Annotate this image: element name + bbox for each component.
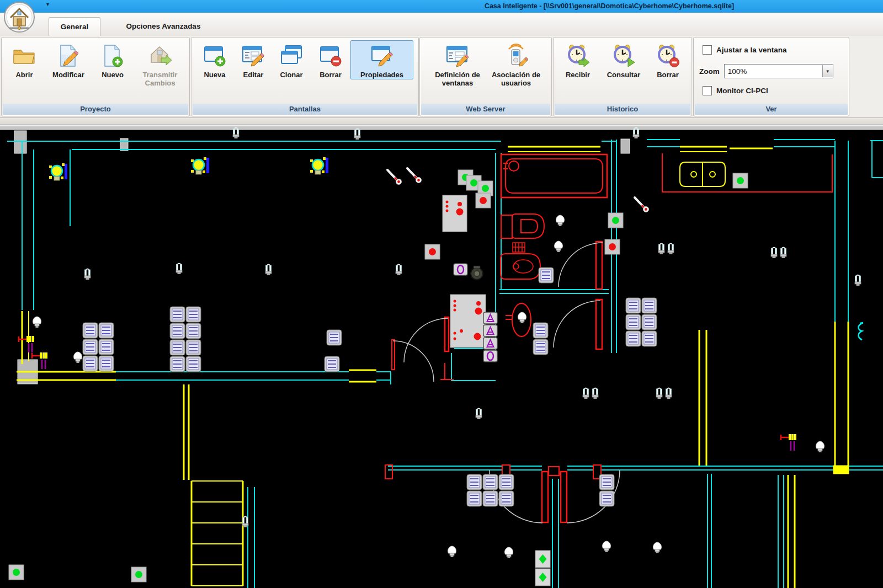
- application-window: ▾ Casa Inteligente - [\\Srv001\general\D…: [0, 0, 883, 588]
- fixture: [513, 264, 519, 269]
- zoom-label: Zoom: [699, 67, 720, 76]
- clonar-button[interactable]: Clonar: [273, 40, 310, 79]
- fixture: [392, 340, 395, 370]
- radiator-icon[interactable]: [626, 298, 657, 346]
- nueva-button[interactable]: Nueva: [197, 40, 232, 79]
- zoom-dropdown-arrow-icon[interactable]: ▼: [822, 65, 833, 77]
- fixture: [833, 466, 849, 474]
- monitor-ci-pci-checkbox[interactable]: [703, 86, 712, 95]
- ajustar-ventana-checkbox[interactable]: [703, 45, 712, 55]
- lamp-off-icon[interactable]: [74, 352, 82, 363]
- lamp-off-icon[interactable]: [505, 547, 513, 558]
- fixture: [691, 172, 696, 177]
- cfl-lamp-icon[interactable]: [176, 264, 182, 275]
- light-on-icon[interactable]: [310, 157, 328, 174]
- radiator-icon[interactable]: [83, 323, 114, 371]
- sensor-red-icon[interactable]: [425, 244, 440, 259]
- editar-button[interactable]: Editar: [236, 40, 271, 79]
- cfl-lamp-icon[interactable]: [265, 265, 272, 276]
- fixture: [385, 465, 392, 479]
- thermometer-icon[interactable]: [635, 197, 649, 212]
- radiator-icon[interactable]: [327, 330, 342, 345]
- sensor-green-icon[interactable]: [733, 173, 748, 188]
- light-on-icon[interactable]: [191, 157, 209, 174]
- propiedades-button[interactable]: Propiedades: [350, 40, 413, 79]
- tab-general[interactable]: General: [49, 17, 100, 36]
- fixture: [521, 220, 538, 233]
- camera-icon[interactable]: [471, 266, 483, 280]
- radiator-icon[interactable]: [467, 474, 514, 506]
- fixture: [513, 260, 533, 273]
- cfl-lamp-icon[interactable]: [855, 275, 861, 286]
- cfl-lamp-icon[interactable]: [354, 129, 360, 140]
- lamp-off-icon[interactable]: [816, 441, 825, 452]
- transmitir-label: Transmitir Cambios: [134, 71, 187, 87]
- lamp-off-icon[interactable]: [33, 317, 41, 328]
- ribbon-group-ver: Ajustar a la ventana Zoom 100% ▼ Monitor…: [693, 37, 849, 116]
- open-folder-icon: [11, 42, 38, 69]
- lamp-off-icon[interactable]: [448, 546, 456, 557]
- sensor-red-icon[interactable]: [605, 239, 620, 254]
- valve-icon[interactable]: [19, 336, 34, 352]
- cfl-lamp-pair-icon[interactable]: [771, 248, 786, 259]
- consultar-button[interactable]: Consultar: [599, 40, 648, 79]
- valve-icon[interactable]: [781, 434, 796, 451]
- definicion-ventanas-button[interactable]: Definición de ventanas: [429, 40, 486, 88]
- ajustar-ventana-label: Ajustar a la ventana: [716, 46, 787, 54]
- recibir-button[interactable]: Recibir: [559, 40, 597, 79]
- indicator-stack-icon[interactable]: [535, 550, 550, 586]
- lamp-off-icon[interactable]: [556, 215, 565, 226]
- cfl-lamp-icon[interactable]: [84, 269, 91, 280]
- cfl-lamp-pair-icon[interactable]: [583, 388, 598, 399]
- cfl-lamp-icon[interactable]: [242, 517, 248, 528]
- modificar-button[interactable]: Modificar: [44, 40, 93, 79]
- shutter-control-icon[interactable]: [454, 264, 467, 275]
- radiator-icon[interactable]: [325, 356, 339, 372]
- lamp-off-icon[interactable]: [603, 541, 611, 552]
- sensor-green-icon[interactable]: [608, 213, 623, 228]
- borrar-pantalla-button[interactable]: Borrar: [313, 40, 348, 79]
- fixture: [596, 242, 602, 289]
- sensor-red-icon[interactable]: [476, 193, 491, 208]
- cfl-lamp-icon[interactable]: [476, 409, 482, 420]
- keypad-icon[interactable]: [450, 295, 486, 348]
- lamp-off-icon[interactable]: [518, 312, 526, 323]
- fixture: [506, 316, 512, 319]
- tab-opciones-avanzadas[interactable]: Opciones Avanzadas: [108, 17, 219, 35]
- cfl-lamp-icon[interactable]: [396, 265, 402, 276]
- fixture: [501, 254, 540, 279]
- nuevo-button[interactable]: Nuevo: [94, 40, 131, 79]
- fixture: [561, 472, 567, 522]
- cfl-lamp-pair-icon[interactable]: [656, 388, 672, 399]
- asociacion-usuarios-button[interactable]: Asociación de usuarios: [487, 40, 545, 88]
- zoom-select[interactable]: 100% ▼: [724, 64, 833, 78]
- fan-icon[interactable]: [859, 323, 864, 340]
- canvas-top-strip: [0, 124, 883, 130]
- light-on-icon[interactable]: [49, 163, 67, 180]
- app-menu-button[interactable]: [3, 1, 36, 34]
- ribbon-group-proyecto: Abrir Modificar Nuevo Transmitir Cambios: [1, 37, 190, 116]
- keypad-icon[interactable]: [443, 195, 467, 232]
- transmitir-cambios-button[interactable]: Transmitir Cambios: [133, 40, 187, 88]
- fixture: [513, 243, 525, 252]
- sensor-green-icon[interactable]: [131, 567, 146, 582]
- sensor-green-icon[interactable]: [9, 565, 24, 580]
- radiator-icon[interactable]: [599, 474, 614, 506]
- thermometer-icon[interactable]: [407, 168, 422, 183]
- tab-general-label: General: [61, 23, 88, 31]
- abrir-button[interactable]: Abrir: [6, 40, 42, 79]
- door-arc: [393, 341, 434, 382]
- floorplan-canvas[interactable]: [0, 124, 883, 588]
- radiator-icon[interactable]: [533, 323, 548, 355]
- thermometer-icon[interactable]: [387, 170, 402, 185]
- door-arc: [404, 318, 448, 362]
- lamp-off-icon[interactable]: [653, 542, 662, 553]
- quick-access-caret-icon[interactable]: ▾: [46, 1, 49, 7]
- cfl-lamp-pair-icon[interactable]: [658, 244, 674, 255]
- user-association-icon: [503, 42, 529, 69]
- lamp-off-icon[interactable]: [555, 241, 563, 252]
- borrar-historico-button[interactable]: Borrar: [650, 40, 686, 79]
- radiator-icon[interactable]: [539, 268, 554, 283]
- radiator-icon[interactable]: [170, 307, 201, 372]
- new-window-icon: [201, 42, 228, 69]
